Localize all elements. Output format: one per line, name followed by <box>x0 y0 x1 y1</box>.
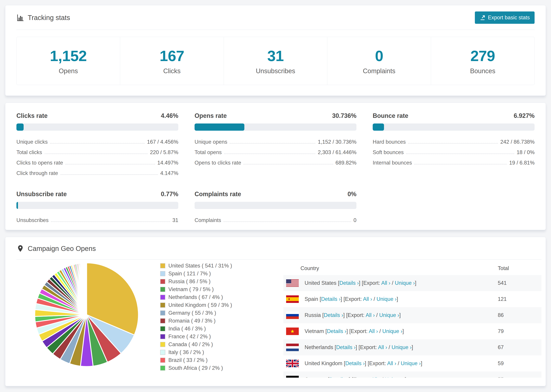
dotted-leader <box>50 143 145 143</box>
rate-stat-value: 220 / 5.87% <box>150 149 178 155</box>
export-unique-link[interactable]: Unique › <box>391 344 411 350</box>
details-link[interactable]: Details › <box>327 328 346 334</box>
export-icon <box>480 15 486 21</box>
export-all-link[interactable]: All › <box>369 328 378 334</box>
export-all-link[interactable]: All › <box>371 377 380 378</box>
export-all-link[interactable]: All › <box>387 360 396 366</box>
dotted-leader <box>230 143 315 143</box>
export-unique-link[interactable]: Unique › <box>382 328 402 334</box>
rate-stat-label: Soft bounces <box>373 149 404 155</box>
details-link[interactable]: Details › <box>336 344 356 350</box>
export-all-link[interactable]: All › <box>366 312 375 318</box>
rate-stat-value: 31 <box>172 217 178 223</box>
legend-label: Canada ( 40 / 2% ) <box>168 341 213 348</box>
rate-panel-bounce-rate: Bounce rate 6.927% Hard bounces 242 / 86… <box>373 112 535 179</box>
country-name: Spain <box>304 296 318 302</box>
legend-label: United Kingdom ( 59 / 3% ) <box>168 302 232 308</box>
stat-label: Bounces <box>470 67 495 75</box>
export-all-link[interactable]: All › <box>381 280 390 286</box>
rate-value: 30.736% <box>332 112 356 119</box>
legend-label: Netherlands ( 67 / 4% ) <box>168 294 223 300</box>
rate-progress-track <box>195 202 356 209</box>
stat-box-complaints: 0 Complaints <box>327 37 431 85</box>
country-name: United Kingdom <box>304 360 342 366</box>
geo-legend: United States ( 541 / 31% ) Spain ( 121 … <box>140 262 229 378</box>
total-column-header: Total <box>498 265 541 271</box>
export-unique-link[interactable]: Unique › <box>401 360 421 366</box>
stat-value: 31 <box>267 47 284 65</box>
flag-ru-icon <box>286 311 299 319</box>
export-unique-link[interactable]: Unique › <box>385 377 405 378</box>
geo-table: Country Total United States [Details ›] … <box>283 262 541 378</box>
flag-us-icon <box>286 279 299 287</box>
rate-stat-value: 18 / 0% <box>517 149 535 155</box>
legend-swatch <box>160 350 165 355</box>
export-unique-link[interactable]: Unique › <box>395 280 415 286</box>
flag-de-icon <box>286 376 299 378</box>
legend-swatch <box>160 263 165 268</box>
rate-stat-value: 689.82% <box>336 160 356 166</box>
rate-stat-row: Soft bounces 18 / 0% <box>373 147 535 158</box>
stat-value: 0 <box>375 47 383 65</box>
details-link[interactable]: Details › <box>321 296 341 302</box>
legend-label: France ( 42 / 2% ) <box>168 334 211 340</box>
rate-progress-fill <box>373 124 384 131</box>
legend-label: Vietnam ( 79 / 5% ) <box>168 286 214 293</box>
rate-stat-label: Unique opens <box>195 139 227 145</box>
legend-swatch <box>160 318 165 323</box>
stat-label: Clicks <box>163 67 181 75</box>
rate-stat-value: 4.147% <box>160 170 178 176</box>
rate-stat-value: 0 <box>353 217 356 223</box>
details-link[interactable]: Details › <box>339 280 359 286</box>
rate-title: Clicks rate <box>16 112 48 119</box>
export-basic-stats-button[interactable]: Export basic stats <box>475 11 535 24</box>
export-unique-link[interactable]: Unique › <box>376 296 396 302</box>
rate-stat-value: 242 / 86.738% <box>500 139 535 145</box>
map-pin-icon <box>16 245 24 252</box>
legend-label: Germany ( 55 / 3% ) <box>168 310 216 316</box>
rate-stat-label: Opens to clicks rate <box>195 160 241 166</box>
table-row-vn: Vietnam [Details ›] [Export: All › / Uni… <box>283 323 541 339</box>
legend-swatch <box>160 342 165 347</box>
legend-label: South Africa ( 29 / 2% ) <box>168 365 223 371</box>
rate-panel-complaints-rate: Complaints rate 0% Complaints 0 <box>195 190 356 226</box>
tracking-stats-card: Tracking stats Export basic stats 1,152 … <box>5 5 546 96</box>
country-name: Russia <box>304 312 321 318</box>
flag-es-icon <box>286 295 299 303</box>
campaign-geo-opens-card: Campaign Geo Opens United States ( 541 /… <box>5 237 546 386</box>
legend-swatch <box>160 310 165 315</box>
legend-swatch <box>160 358 165 363</box>
country-total: 59 <box>498 360 541 366</box>
rate-panel-opens-rate: Opens rate 30.736% Unique opens 1,152 / … <box>195 112 356 179</box>
pie-slice <box>86 263 87 315</box>
rate-value: 0.77% <box>161 190 178 198</box>
stat-label: Complaints <box>363 67 395 75</box>
rate-title: Opens rate <box>195 112 227 119</box>
stat-label: Opens <box>59 67 78 75</box>
legend-item: Italy ( 36 / 2% ) <box>160 349 229 355</box>
rate-stat-row: Total clicks 220 / 5.87% <box>16 147 178 158</box>
country-total: 121 <box>498 296 541 302</box>
dotted-leader <box>243 164 333 164</box>
rate-panel-unsubscribe-rate: Unsubscribe rate 0.77% Unsubscribes 31 <box>16 190 178 226</box>
legend-label: Russia ( 86 / 5% ) <box>168 279 211 285</box>
export-all-link[interactable]: All › <box>378 344 387 350</box>
geo-pie-chart <box>16 262 140 378</box>
rate-title: Bounce rate <box>373 112 408 119</box>
country-name: Vietnam <box>304 328 324 334</box>
legend-swatch <box>160 295 165 300</box>
dotted-leader <box>65 164 155 164</box>
dotted-leader <box>406 154 514 154</box>
export-unique-link[interactable]: Unique › <box>379 312 399 318</box>
details-link[interactable]: Details › <box>324 312 343 318</box>
legend-label: Romania ( 49 / 3% ) <box>168 318 216 324</box>
export-all-link[interactable]: All › <box>363 296 372 302</box>
legend-swatch <box>160 302 165 308</box>
details-link[interactable]: Details › <box>345 360 365 366</box>
geo-table-header: Country Total <box>283 262 541 275</box>
country-column-header: Country <box>283 265 498 271</box>
legend-swatch <box>160 365 165 371</box>
rate-stat-value: 14.497% <box>157 160 178 166</box>
details-link[interactable]: Details › <box>329 377 349 378</box>
country-total: 55 <box>498 377 541 378</box>
